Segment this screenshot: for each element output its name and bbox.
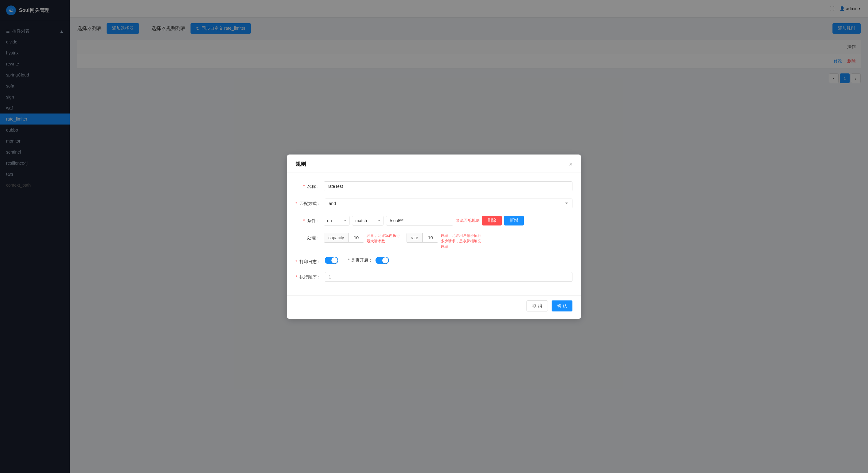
print-log-label: * 打印日志：: [296, 257, 321, 265]
condition-field-row: * 条件： uri header query host ip post: [296, 216, 572, 226]
toggles-field: * 是否开启：: [325, 257, 572, 264]
condition-field: uri header query host ip post match = re…: [324, 216, 572, 226]
processing-field: capacity 容量，允许1s内执行 最大请求数 rate: [324, 233, 572, 249]
name-required-mark: *: [303, 184, 305, 189]
capacity-input[interactable]: [348, 233, 364, 242]
modal-body: * 名称： * 匹配方式： and or: [287, 173, 581, 295]
enable-label: * 是否开启：: [348, 258, 372, 263]
condition-hint: 限流匹配规则: [456, 218, 479, 223]
condition-value-input[interactable]: [386, 216, 453, 226]
match-label: * 匹配方式：: [296, 199, 321, 206]
processing-label: 处理：: [296, 233, 320, 241]
close-button[interactable]: ×: [569, 161, 572, 167]
rule-modal: 规则 × * 名称： * 匹配方式：: [287, 155, 581, 319]
add-condition-button[interactable]: 新增: [504, 216, 524, 226]
enable-toggle-item: * 是否开启：: [348, 257, 389, 264]
rate-input[interactable]: [423, 233, 438, 242]
processing-field-row: 处理： capacity 容量，允许1s内执行 最大请求数: [296, 233, 572, 249]
modal-overlay: 规则 × * 名称： * 匹配方式：: [0, 0, 868, 473]
condition-label: * 条件：: [296, 216, 320, 224]
cancel-button[interactable]: 取 消: [527, 300, 548, 311]
name-input[interactable]: [324, 181, 572, 191]
name-label: * 名称：: [296, 181, 320, 190]
order-input[interactable]: [325, 272, 572, 282]
toggle-row: * 是否开启：: [325, 257, 572, 264]
capacity-label: capacity: [324, 233, 348, 242]
match-field: and or: [325, 199, 572, 208]
order-label: * 执行顺序：: [296, 272, 321, 280]
conditions-row: uri header query host ip post match = re…: [324, 216, 572, 226]
print-log-toggle[interactable]: [325, 257, 338, 264]
rate-hint: 速率，允许用户每秒执行 多少请求，是令牌桶填充 速率: [441, 233, 481, 249]
delete-condition-button[interactable]: 删除: [482, 216, 502, 226]
confirm-button[interactable]: 确 认: [552, 300, 572, 311]
name-field-row: * 名称：: [296, 181, 572, 191]
print-log-toggle-item: [325, 257, 338, 264]
toggles-row: * 打印日志： * 是否开启：: [296, 257, 572, 265]
condition-type-select[interactable]: uri header query host ip post: [324, 216, 349, 226]
match-required-mark: *: [296, 201, 297, 206]
rate-label: rate: [406, 233, 423, 242]
match-field-row: * 匹配方式： and or: [296, 199, 572, 208]
order-field-row: * 执行顺序：: [296, 272, 572, 282]
capacity-box: capacity: [324, 233, 364, 243]
modal-title: 规则: [296, 161, 306, 168]
condition-operator-select[interactable]: match = regex contains startsWith endsWi…: [352, 216, 383, 226]
name-field: [324, 181, 572, 191]
modal-header: 规则 ×: [287, 155, 581, 173]
condition-required-mark: *: [303, 218, 305, 223]
order-field: [325, 272, 572, 282]
match-select[interactable]: and or: [325, 199, 572, 208]
rate-box: rate: [406, 233, 438, 243]
modal-footer: 取 消 确 认: [287, 295, 581, 319]
capacity-hint: 容量，允许1s内执行 最大请求数: [367, 233, 400, 244]
enable-toggle[interactable]: [375, 257, 389, 264]
